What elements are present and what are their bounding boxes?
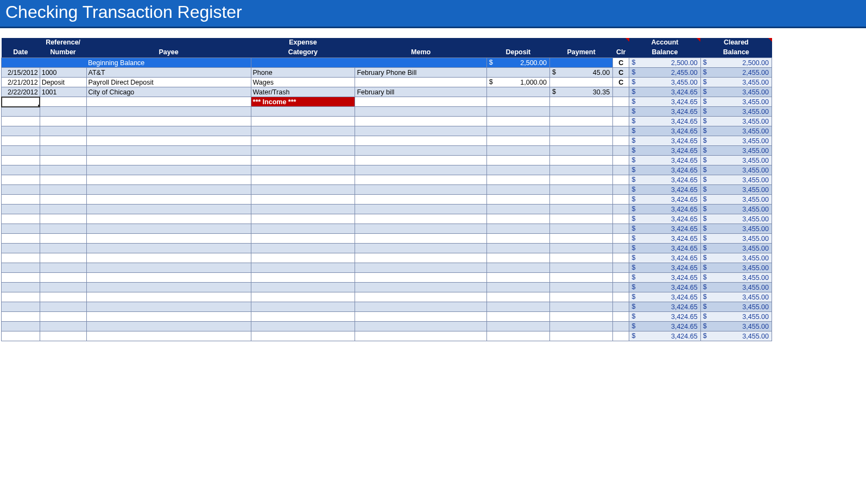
cell-payment[interactable]: $30.35 bbox=[549, 87, 612, 97]
cell-deposit[interactable] bbox=[486, 312, 549, 322]
cell-payment[interactable] bbox=[549, 234, 612, 244]
cell-deposit[interactable] bbox=[486, 68, 549, 78]
cell-clr[interactable] bbox=[613, 156, 629, 165]
cell-payment[interactable] bbox=[549, 322, 612, 331]
cell-deposit[interactable] bbox=[486, 185, 549, 195]
cell-deposit[interactable] bbox=[486, 224, 549, 234]
cell-ref[interactable] bbox=[40, 292, 86, 302]
cell-payment[interactable] bbox=[549, 156, 612, 165]
cell-category[interactable] bbox=[251, 283, 355, 292]
cell-deposit[interactable]: $1,000.00 bbox=[486, 78, 549, 87]
cell-deposit[interactable] bbox=[486, 126, 549, 136]
cell-cleared-balance[interactable]: $3,455.00 bbox=[700, 117, 772, 126]
cell-payee[interactable] bbox=[86, 253, 251, 263]
cell-date[interactable] bbox=[2, 283, 40, 292]
cell-payment[interactable] bbox=[549, 97, 612, 107]
cell-clr[interactable] bbox=[613, 205, 629, 214]
cell-memo[interactable] bbox=[355, 263, 486, 273]
cell-account-balance[interactable]: $3,424.65 bbox=[629, 312, 700, 322]
cell-memo[interactable]: February Phone Bill bbox=[355, 68, 486, 78]
cell-payee[interactable]: City of Chicago bbox=[86, 87, 251, 97]
cell-ref[interactable] bbox=[40, 58, 86, 68]
cell-payment[interactable] bbox=[549, 263, 612, 273]
cell-clr[interactable] bbox=[613, 175, 629, 185]
cell-payment[interactable] bbox=[549, 244, 612, 253]
cell-memo[interactable] bbox=[355, 224, 486, 234]
cell-date[interactable] bbox=[2, 253, 40, 263]
cell-memo[interactable] bbox=[355, 214, 486, 224]
cell-payment[interactable] bbox=[549, 224, 612, 234]
cell-date[interactable] bbox=[2, 107, 40, 117]
cell-cleared-balance[interactable]: $2,455.00 bbox=[700, 68, 772, 78]
cell-payee[interactable] bbox=[86, 146, 251, 156]
cell-cleared-balance[interactable]: $3,455.00 bbox=[700, 253, 772, 263]
cell-cat[interactable] bbox=[251, 58, 355, 68]
cell-category[interactable] bbox=[251, 234, 355, 244]
cell-account-balance[interactable]: $3,424.65 bbox=[629, 273, 700, 283]
cell-payment[interactable] bbox=[549, 107, 612, 117]
cell-category[interactable] bbox=[251, 175, 355, 185]
cell-payment[interactable] bbox=[549, 146, 612, 156]
cell-payee[interactable] bbox=[86, 175, 251, 185]
cell-date[interactable] bbox=[2, 185, 40, 195]
cell-date[interactable] bbox=[2, 302, 40, 312]
cell-payee[interactable] bbox=[86, 107, 251, 117]
cell-clr[interactable] bbox=[613, 331, 629, 341]
cell-memo[interactable] bbox=[355, 292, 486, 302]
cell-payee[interactable] bbox=[86, 136, 251, 146]
cell-account-balance[interactable]: $3,424.65 bbox=[629, 253, 700, 263]
cell-category[interactable] bbox=[251, 136, 355, 146]
cell-deposit[interactable]: $2,500.00 bbox=[486, 58, 549, 68]
cell-date[interactable] bbox=[2, 234, 40, 244]
cell-cleared-balance[interactable]: $3,455.00 bbox=[700, 292, 772, 302]
cell-account-balance[interactable]: $3,424.65 bbox=[629, 117, 700, 126]
cell-clr[interactable] bbox=[613, 214, 629, 224]
cell-account-balance[interactable]: $3,424.65 bbox=[629, 205, 700, 214]
cell-category[interactable] bbox=[251, 107, 355, 117]
cell-ref[interactable] bbox=[40, 107, 86, 117]
cell-payment[interactable] bbox=[549, 58, 612, 68]
cell-ref[interactable]: Deposit bbox=[40, 78, 86, 87]
cell-account-balance[interactable]: $3,424.65 bbox=[629, 283, 700, 292]
cell-payee[interactable] bbox=[86, 322, 251, 331]
cell-clr[interactable]: C bbox=[613, 78, 629, 87]
cell-cleared-balance[interactable]: $3,455.00 bbox=[700, 107, 772, 117]
cell-ref[interactable] bbox=[40, 322, 86, 331]
cell-ref[interactable] bbox=[40, 214, 86, 224]
cell-deposit[interactable] bbox=[486, 331, 549, 341]
cell-clr[interactable] bbox=[613, 253, 629, 263]
cell-memo[interactable] bbox=[355, 273, 486, 283]
cell-ref[interactable] bbox=[40, 146, 86, 156]
cell-clr[interactable]: C bbox=[613, 58, 629, 68]
cell-cleared-balance[interactable]: $3,455.00 bbox=[700, 244, 772, 253]
cell-payee[interactable] bbox=[86, 214, 251, 224]
cell-date[interactable] bbox=[2, 331, 40, 341]
cell-clr[interactable] bbox=[613, 117, 629, 126]
cell-deposit[interactable] bbox=[486, 322, 549, 331]
cell-ref[interactable] bbox=[40, 302, 86, 312]
cell-ref[interactable] bbox=[40, 331, 86, 341]
cell-ref[interactable] bbox=[40, 205, 86, 214]
cell-cleared-balance[interactable]: $3,455.00 bbox=[700, 214, 772, 224]
cell-payment[interactable] bbox=[549, 283, 612, 292]
cell-deposit[interactable] bbox=[486, 165, 549, 175]
cell-payment[interactable] bbox=[549, 312, 612, 322]
cell-category[interactable] bbox=[251, 126, 355, 136]
cell-memo[interactable] bbox=[355, 156, 486, 165]
cell-deposit[interactable] bbox=[486, 107, 549, 117]
cell-payee[interactable] bbox=[86, 165, 251, 175]
cell-payee[interactable]: AT&T bbox=[86, 68, 251, 78]
cell-date[interactable] bbox=[2, 263, 40, 273]
cell-category[interactable] bbox=[251, 322, 355, 331]
cell-clr[interactable] bbox=[613, 107, 629, 117]
cell-account-balance[interactable]: $2,455.00 bbox=[629, 68, 700, 78]
cell-category[interactable]: Phone bbox=[251, 68, 355, 78]
cell-payment[interactable] bbox=[549, 78, 612, 87]
cell-category[interactable] bbox=[251, 117, 355, 126]
cell-category[interactable] bbox=[251, 146, 355, 156]
cell-memo[interactable] bbox=[355, 302, 486, 312]
cell-cleared-balance[interactable]: $3,455.00 bbox=[700, 185, 772, 195]
cell-category[interactable] bbox=[251, 253, 355, 263]
cell-clr[interactable] bbox=[613, 136, 629, 146]
cell-ref[interactable] bbox=[40, 126, 86, 136]
